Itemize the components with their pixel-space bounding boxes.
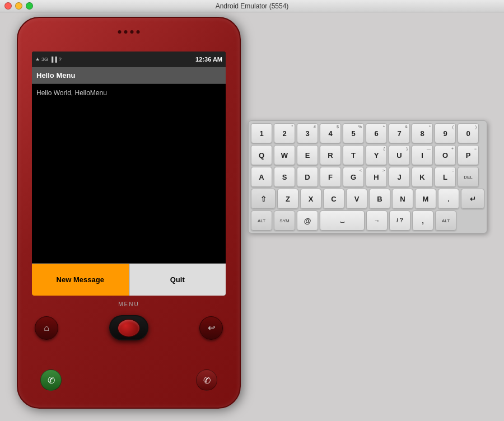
new-message-label: New Message [57,275,104,284]
key-b[interactable]: B [369,189,390,209]
key-c[interactable]: C [323,189,344,209]
key-row-bottom: ALT SYM @ ⎵ → / ? , ALT [251,210,484,231]
key-row-numbers: 1 "2 #3 $4 %5 ^6 &7 *8 (9 )0 [251,123,484,143]
keyboard-wrapper: 1 "2 #3 $4 %5 ^6 &7 *8 (9 )0 Q W E R T {… [248,120,487,233]
key-m[interactable]: M [415,189,436,209]
key-f[interactable]: F [320,167,341,187]
call-row: ✆ ✆ [18,369,240,391]
key-comma[interactable]: , [412,210,433,231]
key-r[interactable]: R [320,145,341,165]
maximize-button[interactable] [26,2,33,10]
end-call-button[interactable]: ✆ [196,369,217,391]
app-titlebar: Hello Menu [32,67,226,84]
call-button[interactable]: ✆ [40,369,62,391]
nav-row: ⌂ ↩ [18,315,240,340]
menu-label: MENU [118,301,139,307]
key-4[interactable]: $4 [320,123,341,143]
key-p[interactable]: =P [458,145,479,165]
key-row-zxcv: ⇧ Z X C V B N M . ↵ [251,189,484,209]
key-row-asdf: A S D F <G >H J K :L DEL [251,167,484,187]
window-controls[interactable] [4,2,33,10]
key-7[interactable]: &7 [389,123,410,143]
signal-icon: ▐▐ [50,57,57,62]
key-n[interactable]: N [392,189,413,209]
key-o[interactable]: +O [435,145,456,165]
phone-bottom: MENU ⌂ ↩ ✆ ✆ [18,296,240,408]
key-e[interactable]: E [297,145,318,165]
key-alt-right[interactable]: ALT [435,210,456,231]
network-icon: 3G [41,57,48,62]
back-icon: ↩ [208,322,215,333]
key-t[interactable]: T [343,145,364,165]
speaker [118,30,140,34]
key-j[interactable]: J [389,167,410,187]
key-slash[interactable]: / ? [389,210,410,231]
key-u[interactable]: }U [389,145,410,165]
call-icon: ✆ [48,375,55,386]
home-icon: ⌂ [44,323,49,333]
minimize-button[interactable] [15,2,22,10]
keyboard: 1 "2 #3 $4 %5 ^6 &7 *8 (9 )0 Q W E R T {… [248,120,487,233]
key-s[interactable]: S [274,167,295,187]
status-time: 12:36 AM [195,56,222,63]
key-z[interactable]: Z [277,189,298,209]
end-call-icon: ✆ [203,375,211,386]
phone-wrapper: ★ 3G ▐▐ ? 12:36 AM Hello Menu Hello Worl… [17,17,241,409]
key-del[interactable]: DEL [458,167,479,187]
key-d[interactable]: D [297,167,318,187]
key-3[interactable]: #3 [297,123,318,143]
status-bar: ★ 3G ▐▐ ? 12:36 AM [32,52,226,67]
key-8[interactable]: *8 [412,123,433,143]
key-6[interactable]: ^6 [366,123,387,143]
key-0[interactable]: )0 [458,123,479,143]
key-v[interactable]: V [346,189,367,209]
trackball[interactable] [109,315,148,340]
key-enter[interactable]: ↵ [461,189,484,209]
app-content: Hello World, HelloMenu [32,84,226,101]
key-a[interactable]: A [251,167,272,187]
key-1[interactable]: 1 [251,123,272,143]
speaker-dot [124,30,128,34]
speaker-dot [130,30,134,34]
key-l[interactable]: :L [435,167,456,187]
speaker-dot [118,30,122,34]
key-y[interactable]: {Y [366,145,387,165]
key-row-qwerty: Q W E R T {Y }U —I +O =P [251,145,484,165]
app-title: Hello Menu [36,71,75,79]
phone-body: ★ 3G ▐▐ ? 12:36 AM Hello Menu Hello Worl… [17,17,241,409]
info-icon: ? [59,57,62,62]
key-2[interactable]: "2 [274,123,295,143]
phone-screen: ★ 3G ▐▐ ? 12:36 AM Hello Menu Hello Worl… [32,52,226,296]
back-button[interactable]: ↩ [199,316,223,340]
key-sym[interactable]: SYM [274,210,295,231]
key-5[interactable]: %5 [343,123,364,143]
quit-label: Quit [170,275,185,284]
bluetooth-icon: ★ [35,57,40,62]
key-h[interactable]: >H [366,167,387,187]
key-alt-left[interactable]: ALT [251,210,272,231]
key-space[interactable]: ⎵ [320,210,365,231]
close-button[interactable] [4,2,12,10]
key-x[interactable]: X [300,189,321,209]
key-9[interactable]: (9 [435,123,456,143]
quit-button[interactable]: Quit [129,264,226,296]
key-w[interactable]: W [274,145,295,165]
key-i[interactable]: —I [412,145,433,165]
titlebar: Android Emulator (5554) [0,0,504,12]
key-period[interactable]: . [438,189,459,209]
new-message-button[interactable]: New Message [32,264,129,296]
key-shift[interactable]: ⇧ [251,189,276,209]
key-k[interactable]: K [412,167,433,187]
trackball-ball[interactable] [118,319,140,337]
app-content-text: Hello World, HelloMenu [36,89,107,97]
key-g[interactable]: <G [343,167,364,187]
speaker-dot [137,30,140,34]
key-q[interactable]: Q [251,145,272,165]
home-button[interactable]: ⌂ [35,316,58,340]
key-at[interactable]: @ [297,210,318,231]
window-title: Android Emulator (5554) [216,2,289,10]
status-icons: ★ 3G ▐▐ ? [35,57,62,62]
key-arrow[interactable]: → [366,210,388,231]
screen-menu: New Message Quit [32,263,226,296]
